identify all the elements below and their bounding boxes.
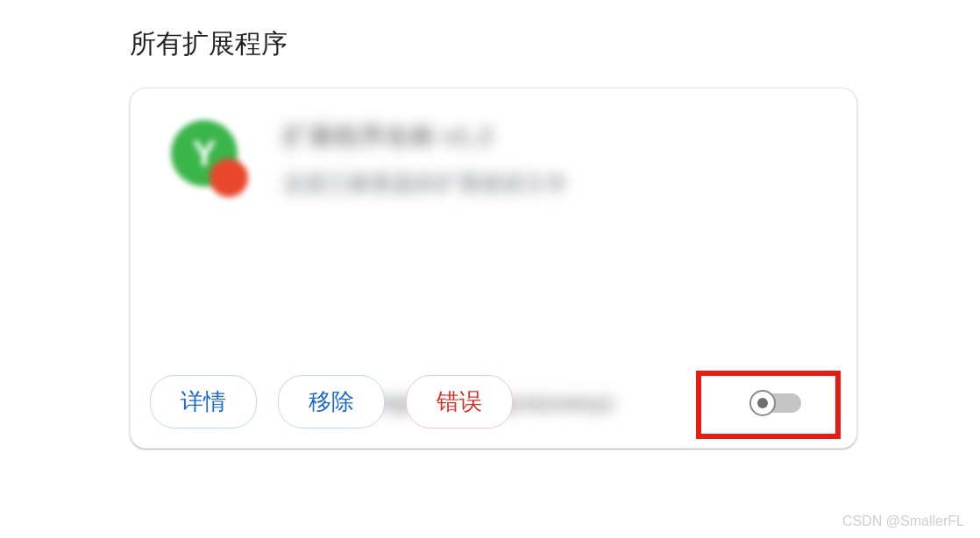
details-button[interactable]: 详情 (150, 375, 257, 428)
extension-icon: Y (171, 120, 252, 201)
page-title: 所有扩展程序 (0, 0, 980, 62)
enable-toggle[interactable] (749, 390, 804, 416)
card-header: Y 扩展程序名称 v1.2 这是已被遮盖的扩展描述文本 (131, 88, 856, 201)
extension-icon-badge (209, 159, 248, 197)
toggle-thumb (749, 390, 776, 416)
remove-button[interactable]: 移除 (278, 375, 385, 428)
extension-name: 扩展程序名称 v1.2 (283, 120, 821, 153)
extension-card: Y 扩展程序名称 v1.2 这是已被遮盖的扩展描述文本 ID: abcdefgh… (130, 88, 857, 449)
action-buttons: 详情 移除 错误 (150, 375, 513, 428)
toggle-thumb-inner (757, 398, 768, 408)
watermark: CSDN @SmallerFL (842, 513, 964, 529)
extension-info: 扩展程序名称 v1.2 这是已被遮盖的扩展描述文本 (283, 120, 821, 201)
errors-button[interactable]: 错误 (406, 375, 513, 428)
card-footer: 详情 移除 错误 (131, 375, 856, 428)
extension-description: 这是已被遮盖的扩展描述文本 (283, 169, 821, 197)
